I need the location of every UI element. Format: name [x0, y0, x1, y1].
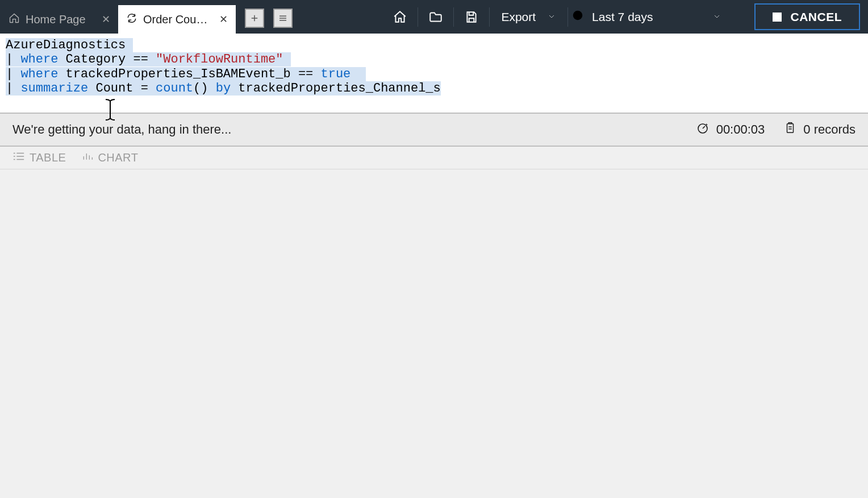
view-table-tab[interactable]: TABLE	[12, 151, 66, 164]
code-token: trackedProperties_Channel_s	[231, 81, 441, 96]
code-keyword: true	[321, 67, 351, 81]
code-token: trackedProperties_IsBAMEvent_b ==	[58, 67, 320, 81]
new-tab-button[interactable]	[245, 9, 264, 28]
clipboard-icon	[784, 121, 796, 138]
tab-order-count[interactable]: Order Count ... ✕	[118, 5, 236, 34]
save-button[interactable]	[455, 0, 488, 34]
results-pane	[0, 169, 868, 498]
code-token: Count =	[88, 81, 156, 96]
timer-value: 00:00:03	[716, 122, 765, 137]
code-token: |	[6, 81, 20, 96]
list-tabs-button[interactable]	[273, 9, 293, 28]
chevron-down-icon	[712, 10, 721, 24]
stopwatch-icon	[696, 121, 710, 138]
close-icon[interactable]: ✕	[219, 13, 228, 26]
view-switch: TABLE CHART	[0, 147, 868, 169]
export-dropdown[interactable]: Export	[491, 10, 566, 24]
code-token: ()	[193, 81, 216, 96]
tab-home-page[interactable]: Home Page ✕	[1, 5, 118, 34]
separator	[567, 7, 568, 27]
table-icon	[12, 151, 25, 164]
bar-chart-icon	[82, 151, 93, 164]
home-icon	[9, 13, 20, 27]
open-button[interactable]	[419, 0, 452, 34]
tab-label: Order Count ...	[143, 13, 214, 26]
code-keyword: where	[20, 52, 58, 67]
stop-icon	[773, 13, 782, 22]
tab-strip: Home Page ✕ Order Count ... ✕	[0, 0, 293, 34]
timer-readout: 00:00:03	[696, 121, 765, 138]
time-range-dropdown[interactable]: Last 7 days	[569, 9, 731, 24]
svg-rect-2	[787, 124, 794, 133]
toolbar-right: Export Last 7 days CANCEL	[383, 0, 863, 34]
code-string: "WorkflowRuntime"	[156, 52, 283, 67]
code-keyword: where	[20, 67, 58, 81]
export-label: Export	[501, 10, 536, 24]
time-range-label: Last 7 days	[592, 10, 653, 24]
view-chart-tab[interactable]: CHART	[82, 151, 138, 164]
records-value: 0 records	[803, 122, 856, 137]
code-keyword: by	[216, 81, 231, 96]
code-keyword: summarize	[20, 81, 88, 96]
separator	[453, 7, 454, 27]
cancel-button[interactable]: CANCEL	[754, 3, 861, 30]
query-editor[interactable]: AzureDiagnostics | where Category == "Wo…	[0, 34, 868, 114]
close-icon[interactable]: ✕	[102, 13, 110, 26]
separator	[489, 7, 490, 27]
refresh-icon	[126, 13, 137, 27]
home-button[interactable]	[383, 0, 416, 34]
code-token: AzureDiagnostics	[6, 38, 126, 52]
records-readout: 0 records	[784, 121, 856, 138]
loading-message: We're getting your data, hang in there..…	[12, 122, 677, 137]
code-token: Category ==	[58, 52, 156, 67]
separator	[418, 7, 418, 27]
code-token: |	[6, 67, 20, 81]
view-table-label: TABLE	[30, 151, 66, 164]
view-chart-label: CHART	[98, 151, 138, 164]
chevron-down-icon	[547, 10, 556, 24]
tab-label: Home Page	[26, 13, 96, 26]
cancel-label: CANCEL	[791, 10, 842, 24]
code-token: |	[6, 52, 20, 67]
top-toolbar: Home Page ✕ Order Count ... ✕	[0, 0, 868, 34]
status-bar: We're getting your data, hang in there..…	[0, 114, 868, 147]
clock-icon	[571, 9, 584, 24]
code-function: count	[156, 81, 193, 96]
